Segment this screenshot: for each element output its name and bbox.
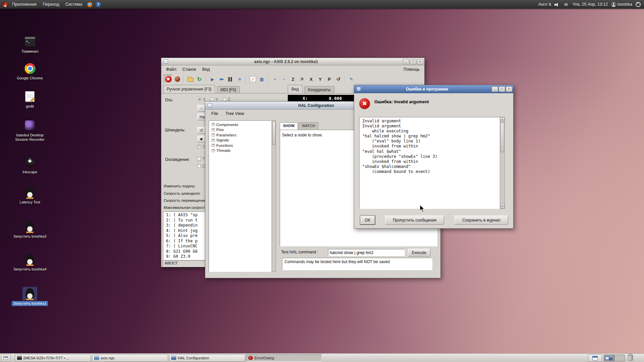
tab-dro[interactable]: Координаты <box>304 86 334 93</box>
desktop-icon-tooshka1[interactable]: Запустить tooshka1 <box>10 287 50 306</box>
jog-minus-button[interactable]: - <box>197 105 205 112</box>
clear-plot-button[interactable]: ✎ <box>347 74 356 84</box>
ok-button[interactable]: OK <box>360 216 375 225</box>
window-selector-applet[interactable] <box>588 354 602 362</box>
gedit-icon <box>22 90 37 103</box>
machine-power-button[interactable] <box>173 74 182 84</box>
spindle-ccw-button[interactable]: ↺ <box>197 127 205 134</box>
task-mesa-terminal[interactable]: [MESA 5i25+7i76+7i77 • ... <box>15 354 91 362</box>
trash-icon[interactable] <box>628 355 633 361</box>
tree-scrollbar[interactable] <box>272 120 276 272</box>
tab-manual-control[interactable]: Ручное управление [F3] <box>163 85 215 93</box>
task-hal-configuration[interactable]: HAL Configuration <box>169 354 245 362</box>
expander-icon[interactable] <box>212 133 215 136</box>
axis-titlebar[interactable]: axis.ngc - AXIS 2.5.2 on tooshka1 _ □ × <box>161 58 424 65</box>
scroll-up-icon[interactable] <box>500 117 504 122</box>
skip-lines-button[interactable]: ∕ <box>248 74 257 84</box>
tree-item-signals[interactable]: Signals <box>211 138 271 143</box>
tab-show[interactable]: SHOW <box>280 122 298 130</box>
close-button[interactable]: × <box>417 59 423 64</box>
view-y-button[interactable]: Y <box>316 74 325 84</box>
open-file-button[interactable] <box>186 74 195 84</box>
desktop-icon-istanbul[interactable]: Istanbul Desktop Session Recorder <box>10 119 50 142</box>
stop-button[interactable]: ■ <box>235 74 244 84</box>
menu-help[interactable]: Помощь <box>400 66 423 72</box>
scrollbar-thumb[interactable] <box>272 121 275 145</box>
tree-item-functions[interactable]: Functions <box>211 143 271 148</box>
volume-icon[interactable] <box>554 2 559 7</box>
tree-item-pins[interactable]: Pins <box>211 127 271 133</box>
scrollbar-thumb[interactable] <box>500 123 504 152</box>
reload-button[interactable]: ↻ <box>195 74 204 84</box>
optional-blocks-button[interactable]: ▦ <box>257 74 266 84</box>
expander-icon[interactable] <box>212 144 215 147</box>
task-error-dialog[interactable]: ErrorDialog <box>246 354 322 362</box>
minimize-button[interactable]: _ <box>403 59 409 64</box>
desktop-icon-tooshka3[interactable]: Запустить tooshka3 <box>10 220 50 239</box>
expander-icon[interactable] <box>212 139 215 142</box>
pause-button[interactable]: ▌▌ <box>226 74 235 84</box>
distro-logo-icon[interactable] <box>2 2 8 7</box>
workspace-1[interactable] <box>604 355 614 361</box>
menu-file[interactable]: Файл <box>163 66 179 72</box>
spindle-stop-button[interactable]: ■ <box>197 136 205 142</box>
close-button[interactable]: × <box>506 86 512 92</box>
task-axis[interactable]: axis.ngc <box>92 354 168 362</box>
desktop-icon-inkscape[interactable]: Inkscape <box>10 156 50 175</box>
mail-icon[interactable] <box>564 2 568 7</box>
menu-file[interactable]: File <box>208 111 221 117</box>
skip-messages-button[interactable]: Пропустить сообщения <box>385 216 444 225</box>
rotate-view-button[interactable]: ↺ <box>334 74 343 84</box>
error-titlebar[interactable]: Ошибка в программе _ □ × <box>354 85 513 93</box>
menu-view[interactable]: Вид <box>199 66 213 72</box>
expander-icon[interactable] <box>212 149 215 152</box>
minimize-button[interactable]: _ <box>492 86 498 92</box>
show-desktop-button[interactable] <box>1 354 10 362</box>
estop-button[interactable]: ✖ <box>164 74 173 84</box>
run-from-line-button[interactable]: ▶▶ <box>217 74 226 84</box>
menu-tree-view[interactable]: Tree View <box>222 111 247 117</box>
zoom-out-button[interactable]: − <box>279 74 288 84</box>
places-menu[interactable]: Переход <box>40 0 62 9</box>
user-menu[interactable]: tooshka <box>618 2 632 7</box>
desktop-icon-chrome[interactable]: Google Chrome <box>10 62 50 81</box>
system-menu[interactable]: Система <box>62 0 85 9</box>
keyboard-layout-indicator[interactable]: Англ <box>538 2 547 7</box>
view-p-button[interactable]: P <box>325 74 334 84</box>
scroll-down-icon[interactable] <box>500 204 504 208</box>
desktop-icon-tooshka4[interactable]: Запустить tooshka4 <box>10 253 50 272</box>
tab-mdi[interactable]: MDI [F5] <box>217 86 240 93</box>
tab-watch[interactable]: WATCH <box>299 122 318 130</box>
help-launcher-icon[interactable] <box>96 2 101 7</box>
expander-icon[interactable] <box>212 123 215 126</box>
expander-icon[interactable] <box>212 128 215 131</box>
firefox-launcher-icon[interactable] <box>87 2 93 7</box>
clock[interactable]: Чтв, 25 Апр, 13:12 <box>573 2 608 7</box>
desktop-icon-gedit[interactable]: gedit <box>10 90 50 109</box>
error-text-area[interactable]: Invalid argument Invalid argument while … <box>359 117 500 209</box>
zoom-in-button[interactable]: + <box>270 74 279 84</box>
tree-item-threads[interactable]: Threads <box>211 148 271 154</box>
layout-switch-icon[interactable] <box>548 2 551 7</box>
workspace-2[interactable] <box>614 355 625 361</box>
tab-preview[interactable]: Вид <box>288 85 303 93</box>
view-n-button[interactable]: N <box>298 74 307 84</box>
view-z-button[interactable]: Z <box>288 74 298 84</box>
power-icon[interactable] <box>636 2 641 7</box>
save-to-log-button[interactable]: Сохранить в журнал <box>454 216 508 225</box>
error-scrollbar[interactable] <box>500 117 505 209</box>
maximize-button[interactable]: □ <box>499 86 505 92</box>
execute-button[interactable]: Execute <box>408 249 430 256</box>
view-x-button[interactable]: X <box>307 74 316 84</box>
applications-menu[interactable]: Приложения <box>9 0 40 9</box>
tree-item-parameters[interactable]: Parameters <box>211 132 271 138</box>
hal-command-input[interactable] <box>328 249 405 256</box>
axis-x-radio[interactable]: X <box>198 97 206 102</box>
tree-item-components[interactable]: Components <box>211 122 271 127</box>
axis-window-icon <box>164 59 168 64</box>
menu-machine[interactable]: Станок <box>179 66 199 72</box>
maximize-button[interactable]: □ <box>410 59 416 64</box>
desktop-icon-terminal[interactable]: Терминал <box>10 35 50 54</box>
desktop-icon-latency-test[interactable]: Latency Test <box>10 186 50 205</box>
run-button[interactable]: ▶ <box>208 74 217 84</box>
